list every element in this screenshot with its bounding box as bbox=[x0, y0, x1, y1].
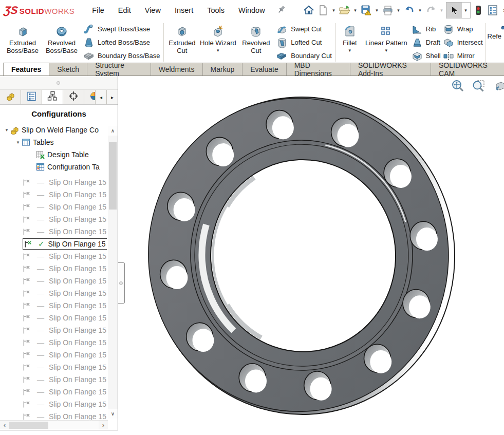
panel-collapse-handle[interactable] bbox=[118, 262, 125, 304]
draft-button[interactable]: Draft bbox=[412, 36, 441, 49]
configuration-table-item[interactable]: Configuration Ta bbox=[0, 161, 107, 173]
config-item-active[interactable]: ✓Slip On Flange 15 bbox=[0, 238, 107, 250]
shell-button[interactable]: Shell bbox=[412, 49, 441, 62]
intersect-button[interactable]: Intersect bbox=[443, 36, 483, 49]
extruded-cut-button[interactable]: Extruded Cut bbox=[165, 22, 198, 63]
flange-model[interactable] bbox=[118, 76, 504, 435]
graphics-viewport[interactable] bbox=[118, 76, 504, 435]
scroll-track[interactable] bbox=[108, 136, 118, 409]
menu-tools[interactable]: Tools bbox=[207, 6, 225, 14]
hole-wizard-dropdown[interactable]: ▾ bbox=[215, 48, 221, 53]
config-item[interactable]: —Slip On Flange 15 bbox=[0, 373, 107, 386]
tab-solidworks-add-ins[interactable]: SOLIDWORKS Add-Ins bbox=[350, 63, 431, 75]
home-button[interactable] bbox=[302, 3, 315, 17]
boundary-cut-button[interactable]: Boundary Cut bbox=[276, 49, 332, 62]
zoom-to-fit-button[interactable] bbox=[451, 79, 465, 93]
scroll-left-button[interactable]: ‹ bbox=[0, 421, 9, 430]
expand-arrow-icon[interactable]: ▾ bbox=[14, 140, 22, 145]
config-item[interactable]: —Slip On Flange 15 bbox=[0, 213, 107, 225]
tab-weldments[interactable]: Weldments bbox=[151, 63, 203, 75]
swept-cut-button[interactable]: Swept Cut bbox=[276, 23, 332, 35]
config-item[interactable]: —Slip On Flange 15 bbox=[0, 201, 107, 213]
config-item[interactable]: —Slip On Flange 15 bbox=[0, 361, 107, 373]
horizontal-scrollbar[interactable]: ‹ › bbox=[0, 420, 108, 430]
print-button[interactable] bbox=[381, 3, 395, 17]
pin-icon[interactable] bbox=[276, 5, 287, 15]
mirror-button[interactable]: Mirror bbox=[443, 49, 483, 62]
tab-feature-manager[interactable] bbox=[0, 90, 21, 104]
menu-insert[interactable]: Insert bbox=[175, 6, 193, 14]
config-item[interactable]: —Slip On Flange 15 bbox=[0, 262, 107, 275]
open-dropdown[interactable]: ▾ bbox=[352, 8, 359, 13]
scroll-right-button[interactable]: › bbox=[99, 421, 108, 430]
undo-dropdown[interactable]: ▾ bbox=[417, 8, 423, 13]
tab-markup[interactable]: Markup bbox=[202, 63, 243, 75]
config-item[interactable]: —Slip On Flange 15 bbox=[0, 336, 107, 349]
panel-splitter[interactable] bbox=[0, 76, 118, 90]
scroll-thumb[interactable] bbox=[109, 142, 117, 210]
reference-geometry-button[interactable]: Refe bbox=[488, 22, 504, 63]
tab-property-manager[interactable] bbox=[21, 90, 42, 104]
tab-structure-system[interactable]: Structure System bbox=[87, 63, 151, 75]
extruded-boss-button[interactable]: Extruded Boss/Base bbox=[3, 22, 42, 63]
revolved-boss-button[interactable]: Revolved Boss/Base bbox=[42, 22, 81, 63]
config-item[interactable]: —Slip On Flange 15 bbox=[0, 312, 107, 324]
linear-pattern-dropdown[interactable]: ▾ bbox=[383, 48, 389, 53]
config-item[interactable]: —Slip On Flange 15 bbox=[0, 398, 107, 410]
linear-pattern-button[interactable]: Linear Pattern ▾ bbox=[362, 22, 410, 63]
scroll-thumb[interactable] bbox=[9, 422, 48, 429]
tab-mbd-dimensions[interactable]: MBD Dimensions bbox=[286, 63, 350, 75]
view-settings-button[interactable] bbox=[493, 79, 504, 93]
tab-configuration-manager[interactable] bbox=[42, 90, 63, 104]
config-item[interactable]: —Slip On Flange 15 bbox=[0, 225, 107, 238]
config-item[interactable]: —Slip On Flange 15 bbox=[0, 287, 107, 299]
tab-features[interactable]: Features bbox=[3, 63, 49, 75]
scroll-up-button[interactable]: ∧ bbox=[108, 126, 118, 136]
fillet-dropdown[interactable]: ▾ bbox=[347, 48, 353, 53]
redo-button[interactable] bbox=[424, 3, 438, 17]
config-item[interactable]: —Slip On Flange 15 bbox=[0, 250, 107, 262]
wrap-button[interactable]: Wrap bbox=[443, 23, 483, 35]
panel-tabs-next-button[interactable]: ▸ bbox=[106, 90, 118, 104]
save-button[interactable] bbox=[360, 3, 373, 17]
expand-arrow-icon[interactable]: ▾ bbox=[3, 127, 10, 133]
select-dropdown[interactable]: ▾ bbox=[462, 8, 470, 13]
lofted-cut-button[interactable]: Lofted Cut bbox=[276, 36, 332, 49]
lofted-boss-button[interactable]: Lofted Boss/Base bbox=[83, 36, 160, 49]
flange-body[interactable] bbox=[142, 90, 461, 421]
config-item[interactable]: —Slip On Flange 15 bbox=[0, 386, 107, 398]
tree-tables-folder[interactable]: ▾ Tables bbox=[0, 136, 107, 148]
new-document-dropdown[interactable]: ▾ bbox=[331, 8, 337, 13]
tab-sketch[interactable]: Sketch bbox=[49, 63, 87, 75]
fillet-button[interactable]: Fillet ▾ bbox=[338, 22, 362, 63]
tab-dimxpert-manager[interactable] bbox=[63, 90, 84, 104]
task-list-button[interactable] bbox=[486, 3, 499, 17]
design-table-item[interactable]: Design Table bbox=[0, 148, 107, 161]
boundary-boss-button[interactable]: Boundary Boss/Base bbox=[83, 49, 160, 62]
panel-tabs-prev-button[interactable]: ◂ bbox=[95, 90, 106, 104]
tab-solidworks-cam[interactable]: SOLIDWORKS CAM bbox=[431, 63, 504, 75]
print-dropdown[interactable]: ▾ bbox=[396, 8, 402, 13]
menu-view[interactable]: View bbox=[145, 6, 161, 14]
menu-window[interactable]: Window bbox=[238, 6, 265, 14]
zoom-to-area-button[interactable] bbox=[472, 79, 486, 93]
new-document-button[interactable] bbox=[316, 3, 330, 17]
rebuild-traffic-light-button[interactable] bbox=[472, 3, 485, 17]
scroll-track[interactable] bbox=[9, 421, 99, 430]
scroll-down-button[interactable]: ∨ bbox=[108, 409, 118, 419]
undo-button[interactable] bbox=[403, 3, 416, 17]
config-item[interactable]: —Slip On Flange 15 bbox=[0, 349, 107, 361]
config-item[interactable]: —Slip On Flange 15 bbox=[0, 188, 107, 201]
hole-wizard-button[interactable]: Hole Wizard ▾ bbox=[198, 22, 237, 63]
config-item[interactable]: —Slip On Flange 15 bbox=[0, 275, 107, 287]
open-button[interactable] bbox=[338, 3, 351, 17]
save-dropdown[interactable]: ▾ bbox=[374, 8, 380, 13]
vertical-scrollbar[interactable]: ∧ ∨ bbox=[108, 126, 118, 419]
config-item[interactable]: —Slip On Flange 15 bbox=[0, 176, 107, 188]
select-cursor-button[interactable] bbox=[446, 3, 462, 18]
menu-file[interactable]: File bbox=[92, 6, 104, 14]
tab-evaluate[interactable]: Evaluate bbox=[242, 63, 286, 75]
swept-boss-button[interactable]: Swept Boss/Base bbox=[83, 23, 160, 35]
config-item[interactable]: —Slip On Flange 15 bbox=[0, 299, 107, 312]
options-gear-button[interactable]: ⚙ bbox=[500, 3, 504, 17]
